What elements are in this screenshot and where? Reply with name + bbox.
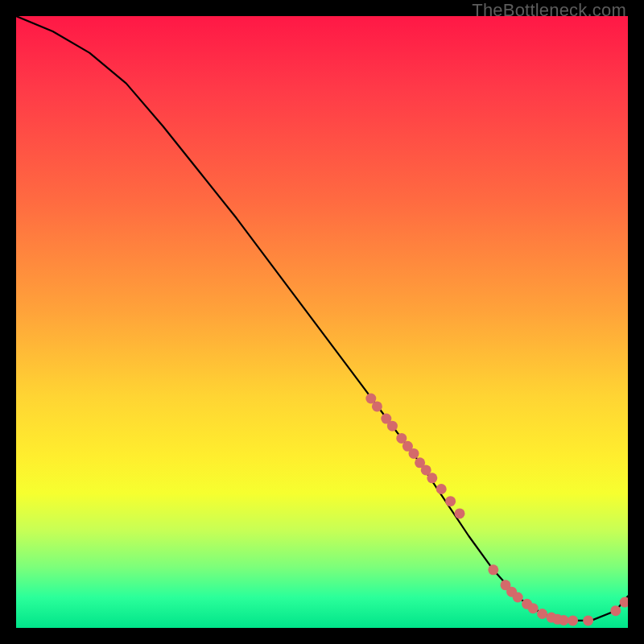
data-point bbox=[436, 484, 447, 494]
data-point bbox=[445, 496, 456, 506]
data-point bbox=[528, 603, 539, 613]
data-point bbox=[583, 615, 593, 625]
chart-frame: TheBottleneck.com bbox=[0, 0, 644, 644]
data-point bbox=[559, 615, 569, 625]
data-point bbox=[455, 508, 465, 518]
data-point bbox=[537, 609, 547, 619]
curve-line bbox=[16, 16, 628, 621]
data-point bbox=[488, 564, 498, 575]
data-point bbox=[513, 592, 523, 603]
data-point bbox=[409, 448, 419, 459]
data-point bbox=[372, 401, 382, 411]
data-point bbox=[568, 615, 578, 625]
data-points-group bbox=[365, 394, 628, 626]
data-point bbox=[427, 473, 437, 483]
data-point bbox=[387, 421, 398, 431]
data-point bbox=[610, 605, 621, 616]
chart-svg bbox=[16, 16, 628, 628]
